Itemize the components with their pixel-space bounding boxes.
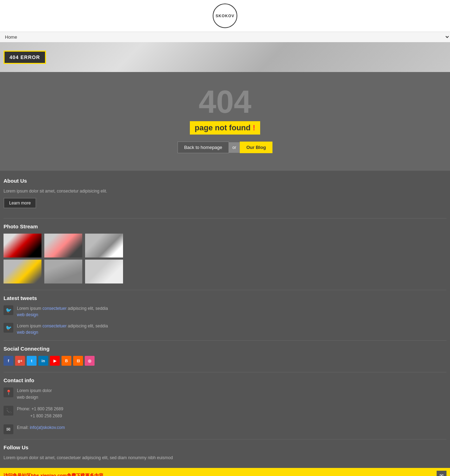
email-icon: ✉ <box>4 424 13 434</box>
phone-label: Phone: <box>17 406 30 411</box>
logo-text: SKOKOV <box>216 14 234 18</box>
tweet-text-1: Lorem ipsum consectetuer adipiscing elit… <box>17 305 108 318</box>
divider-3 <box>4 340 446 341</box>
error-message: page not found ! <box>190 121 260 135</box>
photo-grid <box>4 234 446 283</box>
bottom-bar: 访问鱼号社区bbs.xieniao.com免费下载更多内容 ✉ <box>0 468 450 476</box>
divider-4 <box>4 372 446 372</box>
error-buttons: Back to homepage or Our Blog <box>7 142 443 153</box>
photo-stream-title: Photo Stream <box>4 223 446 231</box>
contact-address: 📍 Lorem ipsum dolor web design <box>4 387 446 401</box>
address-line1: Lorem ipsum dolor <box>17 388 52 393</box>
phone-number-2: +1 800 258 2689 <box>30 413 62 418</box>
error-exclaim: ! <box>253 123 255 132</box>
tweet-text-2: Lorem ipsum consectetuer adipiscing elit… <box>17 323 108 335</box>
phone-icon: 📞 <box>4 406 13 416</box>
email-label: Email: <box>17 425 28 430</box>
error-badge: 404 ERROR <box>4 51 46 64</box>
photo-thumb-5[interactable] <box>85 234 123 257</box>
footer-sections: About Us Lorem ipsum dolor sit amet, con… <box>0 171 450 468</box>
photo-thumb-1[interactable] <box>4 234 41 257</box>
blogger-button[interactable]: B <box>62 356 71 366</box>
linkedin-button[interactable]: in <box>38 356 48 366</box>
about-title: About Us <box>4 178 446 185</box>
twitter-button[interactable]: t <box>27 356 37 366</box>
or-label: or <box>229 142 240 153</box>
error-section: 404 page not found ! Back to homepage or… <box>0 72 450 171</box>
social-icons: f g+ t in ▶ B ⊟ ◎ <box>4 356 446 366</box>
site-header: SKOKOV <box>0 0 450 32</box>
photo-col-1 <box>4 234 41 283</box>
contact-email-text: Email: info(at)skokov.com <box>17 424 65 431</box>
error-number: 404 <box>7 86 443 118</box>
twitter-icon-1: 🐦 <box>4 305 13 315</box>
tweet-item-1: 🐦 Lorem ipsum consectetuer adipiscing el… <box>4 305 446 318</box>
error-message-text: page not found <box>195 123 253 132</box>
photo-thumb-3[interactable] <box>44 234 82 257</box>
tweets-title: Latest tweets <box>4 295 446 302</box>
site-logo[interactable]: SKOKOV <box>213 4 237 28</box>
contact-phone-text: Phone: +1 800 258 2689 +1 800 258 2689 <box>17 406 63 419</box>
watermark-text: 访问鱼号社区bbs.xieniao.com免费下载更多内容 <box>4 472 103 476</box>
photo-thumb-4[interactable] <box>44 260 82 283</box>
our-blog-button[interactable]: Our Blog <box>240 142 273 153</box>
contact-address-text: Lorem ipsum dolor web design <box>17 387 52 401</box>
navigation-bar: Home About Blog Contact <box>0 32 450 42</box>
photo-thumb-2[interactable] <box>4 260 41 283</box>
facebook-button[interactable]: f <box>4 356 13 366</box>
email-link[interactable]: info(at)skokov.com <box>30 425 65 430</box>
learn-more-button[interactable]: Learn more <box>4 198 36 208</box>
location-icon: 📍 <box>4 387 13 397</box>
contact-email: ✉ Email: info(at)skokov.com <box>4 424 446 434</box>
follow-text: Lorem ipsum dolor sit amet, consectetuer… <box>4 455 446 461</box>
google-plus-button[interactable]: g+ <box>15 356 25 366</box>
divider-2 <box>4 290 446 290</box>
contact-phone: 📞 Phone: +1 800 258 2689 +1 800 258 2689 <box>4 406 446 419</box>
about-text: Lorem ipsum dolor sit amet, consectetur … <box>4 188 446 194</box>
bottom-mail-icon[interactable]: ✉ <box>437 471 446 476</box>
tweet-link-1b[interactable]: web design <box>17 312 38 317</box>
back-to-homepage-button[interactable]: Back to homepage <box>178 142 229 153</box>
contact-title: Contact info <box>4 377 446 385</box>
tweet-link-2b[interactable]: web design <box>17 330 38 335</box>
twitter-icon-2: 🐦 <box>4 323 13 333</box>
dribbble-button[interactable]: ◎ <box>85 356 95 366</box>
youtube-button[interactable]: ▶ <box>50 356 60 366</box>
tweet-link-1a[interactable]: consectetuer <box>43 306 67 311</box>
address-line2: web design <box>17 395 38 400</box>
divider-1 <box>4 218 446 219</box>
divider-5 <box>4 439 446 439</box>
phone-number-1: +1 800 258 2689 <box>31 406 63 411</box>
follow-title: Follow Us <box>4 444 446 452</box>
hero-banner: 404 ERROR <box>0 42 450 72</box>
rss-button[interactable]: ⊟ <box>73 356 83 366</box>
social-title: Social Connecting <box>4 346 446 353</box>
error-badge-text: 404 ERROR <box>9 54 40 60</box>
photo-thumb-6[interactable] <box>85 260 123 283</box>
tweet-link-2a[interactable]: consectetuer <box>43 324 67 328</box>
photo-col-2 <box>44 234 82 283</box>
photo-col-3 <box>85 234 123 283</box>
nav-dropdown[interactable]: Home About Blog Contact <box>0 32 450 42</box>
tweet-item-2: 🐦 Lorem ipsum consectetuer adipiscing el… <box>4 323 446 335</box>
